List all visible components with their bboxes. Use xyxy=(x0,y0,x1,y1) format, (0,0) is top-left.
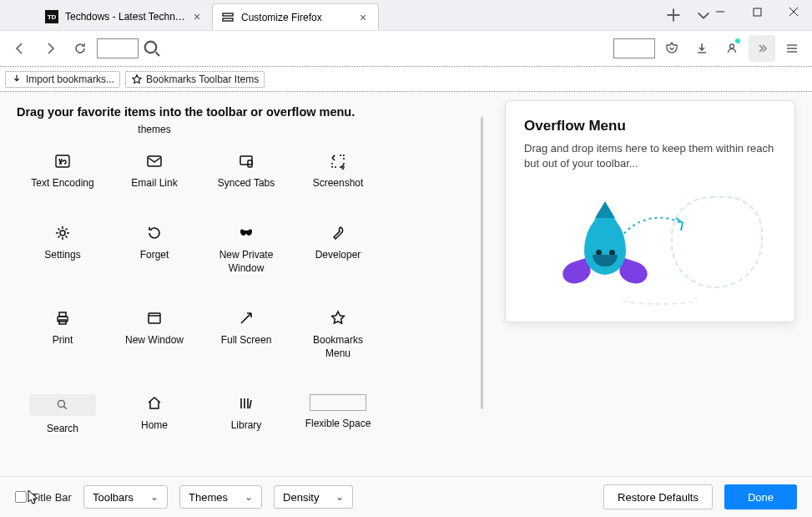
bookmarks-toolbar-items-label: Bookmarks Toolbar Items xyxy=(146,73,259,85)
customize-content: Drag your favorite items into the toolba… xyxy=(0,92,812,476)
item-label: Screenshot xyxy=(313,177,364,190)
svg-rect-0 xyxy=(223,13,233,16)
app-menu-button[interactable] xyxy=(779,35,805,62)
gear-icon xyxy=(53,224,72,242)
home-icon xyxy=(145,394,164,413)
favicon-techdows: TD xyxy=(45,10,58,23)
maximize-button[interactable] xyxy=(739,0,775,25)
item-search[interactable]: Search xyxy=(17,391,108,449)
item-print[interactable]: Print xyxy=(17,306,108,383)
svg-rect-12 xyxy=(59,312,66,317)
item-full-screen[interactable]: Full Screen xyxy=(200,306,292,383)
item-label: Library xyxy=(231,419,262,433)
overflow-menu-button[interactable] xyxy=(749,35,775,62)
overflow-description: Drag and drop items here to keep them wi… xyxy=(524,141,776,171)
svg-point-10 xyxy=(60,231,65,236)
item-label: Home xyxy=(141,419,168,433)
import-bookmarks-label: Import bookmarks... xyxy=(26,73,114,85)
search-icon[interactable] xyxy=(142,38,162,58)
checkbox-icon xyxy=(15,491,27,503)
svg-rect-7 xyxy=(148,156,161,166)
reload-button[interactable] xyxy=(67,35,93,62)
new-tab-button[interactable] xyxy=(665,7,682,23)
overflow-title: Overflow Menu xyxy=(524,118,776,134)
svg-point-15 xyxy=(58,400,64,407)
close-icon[interactable]: × xyxy=(190,10,204,23)
tab-title-customize: Customize Firefox xyxy=(241,12,353,23)
item-label: Print xyxy=(53,334,73,347)
restore-defaults-button[interactable]: Restore Defaults xyxy=(603,484,713,509)
scroll-indicator[interactable] xyxy=(481,117,483,409)
items-grid: Text Encoding Email Link Synced Tabs Scr… xyxy=(17,149,484,449)
tab-techdows[interactable]: TD Techdows - Latest Technology N × xyxy=(37,3,212,30)
item-label: Search xyxy=(47,423,78,436)
item-settings[interactable]: Settings xyxy=(17,220,108,297)
done-button[interactable]: Done xyxy=(724,484,797,509)
tab-customize[interactable]: Customize Firefox × xyxy=(212,3,379,30)
item-developer[interactable]: Developer xyxy=(292,220,384,297)
themes-dropdown[interactable]: Themes xyxy=(179,485,262,509)
svg-rect-2 xyxy=(754,8,761,16)
item-bookmarks-menu[interactable]: Bookmarks Menu xyxy=(292,306,384,383)
fullscreen-icon xyxy=(237,309,255,327)
customize-icon xyxy=(221,11,235,24)
item-library[interactable]: Library xyxy=(200,391,292,449)
overflow-illustration xyxy=(524,188,776,305)
item-label: New Window xyxy=(125,334,184,347)
item-email-link[interactable]: Email Link xyxy=(108,149,200,212)
wrench-icon xyxy=(329,224,347,242)
screenshot-icon xyxy=(329,152,347,170)
mask-icon xyxy=(237,224,255,242)
svg-rect-1 xyxy=(223,18,233,21)
forget-icon xyxy=(145,224,164,242)
bottom-bar: Title Bar Toolbars Themes Density Restor… xyxy=(0,476,812,517)
items-palette: themes Text Encoding Email Link Synced T… xyxy=(17,124,484,449)
pocket-icon[interactable] xyxy=(658,35,685,62)
item-text-encoding[interactable]: Text Encoding xyxy=(17,149,108,212)
flexible-bar-placeholder[interactable] xyxy=(613,38,655,58)
bookmarks-toolbar-items[interactable]: Bookmarks Toolbar Items xyxy=(125,71,265,88)
item-flexible-space[interactable]: Flexible Space xyxy=(292,391,384,449)
tabs-strip: TD Techdows - Latest Technology N × Cust… xyxy=(0,0,812,30)
url-bar-placeholder[interactable] xyxy=(97,38,139,58)
overflow-panel: Overflow Menu Drag and drop items here t… xyxy=(505,100,795,322)
item-label: Text Encoding xyxy=(31,177,93,190)
svg-rect-14 xyxy=(149,313,160,323)
star-icon xyxy=(329,309,347,327)
cursor-icon xyxy=(28,489,39,504)
minimize-button[interactable] xyxy=(702,0,739,25)
import-bookmarks-button[interactable]: Import bookmarks... xyxy=(5,71,120,88)
toolbars-dropdown[interactable]: Toolbars xyxy=(83,485,168,509)
downloads-icon[interactable] xyxy=(688,35,715,62)
item-home[interactable]: Home xyxy=(108,391,200,449)
text-encoding-icon xyxy=(53,152,72,170)
item-label: Forget xyxy=(140,249,169,262)
print-icon xyxy=(53,309,72,327)
item-synced-tabs[interactable]: Synced Tabs xyxy=(200,149,292,212)
bookmarks-toolbar: Import bookmarks... Bookmarks Toolbar It… xyxy=(0,67,812,92)
close-icon[interactable]: × xyxy=(356,11,370,24)
item-new-window[interactable]: New Window xyxy=(108,306,200,383)
item-new-private-window[interactable]: New Private Window xyxy=(200,220,292,297)
density-dropdown[interactable]: Density xyxy=(274,485,353,509)
svg-point-4 xyxy=(730,44,734,48)
title-bar-checkbox[interactable]: Title Bar xyxy=(15,491,72,504)
new-window-icon xyxy=(145,309,164,327)
close-window-button[interactable] xyxy=(775,0,812,25)
item-forget[interactable]: Forget xyxy=(108,220,200,297)
synced-tabs-icon xyxy=(237,152,255,170)
back-button[interactable] xyxy=(7,35,33,62)
tab-title-techdows: Techdows - Latest Technology N xyxy=(65,11,187,23)
svg-rect-5 xyxy=(13,82,22,84)
partial-themes-label: themes xyxy=(108,124,200,137)
item-label: Email Link xyxy=(131,177,177,190)
window-controls xyxy=(702,0,812,25)
search-bar-icon xyxy=(29,394,96,416)
forward-button[interactable] xyxy=(37,35,63,62)
account-icon[interactable] xyxy=(719,35,745,62)
item-label: Synced Tabs xyxy=(218,177,275,190)
item-label: Settings xyxy=(44,249,80,262)
email-icon xyxy=(145,152,164,170)
item-screenshot[interactable]: Screenshot xyxy=(292,149,384,212)
nav-toolbar xyxy=(0,30,812,67)
